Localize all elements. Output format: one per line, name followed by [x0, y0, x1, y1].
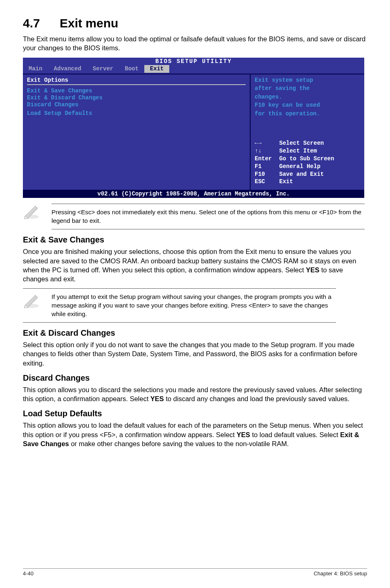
bios-right-pane: Exit system setup after saving the chang…: [251, 74, 364, 190]
nav-label: General Help: [279, 163, 321, 170]
paragraph: This option allows you to discard the se…: [23, 385, 367, 404]
bios-body: Exit Options Exit & Save Changes Exit & …: [23, 74, 364, 190]
nav-row: ESCExit: [255, 178, 360, 186]
paragraph: Once you are finished making your select…: [23, 247, 367, 283]
opt-exit-save: Exit & Save Changes: [27, 88, 246, 94]
nav-row: EnterGo to Sub Screen: [255, 155, 360, 163]
help-line: for this operation.: [255, 110, 360, 118]
opt-discard: Discard Changes: [27, 101, 246, 108]
pencil-icon: [23, 204, 40, 219]
tab-exit: Exit: [144, 65, 170, 73]
nav-key: F10: [255, 171, 279, 178]
nav-row: F10Save and Exit: [255, 171, 360, 178]
chapter-label: Chapter 4: BIOS setup: [314, 570, 367, 577]
note-text: If you attempt to exit the Setup program…: [52, 293, 336, 318]
nav-label: Save and Exit: [279, 171, 324, 177]
tab-main: Main: [23, 65, 48, 73]
arrow-lr-icon: [255, 139, 279, 147]
bios-title: BIOS SETUP UTILITY: [23, 58, 364, 65]
subheading-exit-discard: Exit & Discard Changes: [23, 328, 367, 338]
opt-exit-discard: Exit & Discard Changes: [27, 94, 246, 101]
bios-footer: v02.61 (C)Copyright 1985-2008, American …: [23, 190, 364, 198]
note-callout: If you attempt to exit the Setup program…: [23, 288, 336, 323]
nav-key: Enter: [255, 155, 279, 163]
note-text: Pressing <Esc> does not immediately exit…: [52, 204, 365, 229]
subheading-discard: Discard Changes: [23, 373, 367, 383]
page-footer: 4-40 Chapter 4: BIOS setup: [23, 568, 367, 577]
intro-paragraph: The Exit menu items allow you to load th…: [23, 34, 367, 53]
paragraph: Select this option only if you do not wa…: [23, 340, 367, 368]
page-number: 4-40: [23, 570, 34, 577]
arrow-ud-icon: [255, 147, 279, 155]
help-line: F10 key can be used: [255, 102, 360, 109]
section-number: 4.7: [23, 16, 60, 30]
bios-tab-bar: MainAdvancedServerBootExit: [23, 65, 364, 74]
divider: [27, 84, 246, 85]
paragraph: This option allows you to load the defau…: [23, 421, 367, 448]
nav-row: F1General Help: [255, 163, 360, 171]
bios-left-heading: Exit Options: [27, 77, 246, 83]
bios-screenshot: BIOS SETUP UTILITY MainAdvancedServerBoo…: [23, 58, 364, 198]
tab-boot: Boot: [119, 65, 144, 73]
nav-label: Go to Sub Screen: [279, 155, 334, 162]
page-title: 4.7Exit menu: [23, 16, 367, 30]
nav-row: Select Screen: [255, 139, 360, 147]
help-line: changes.: [255, 94, 360, 101]
pencil-icon: [23, 293, 40, 308]
nav-key: F1: [255, 163, 279, 171]
nav-row: Select Item: [255, 147, 360, 155]
subheading-load-defaults: Load Setup Defaults: [23, 409, 367, 418]
bios-left-pane: Exit Options Exit & Save Changes Exit & …: [23, 74, 251, 190]
tab-advanced: Advanced: [48, 65, 87, 73]
tab-server: Server: [87, 65, 119, 73]
help-line: after saving the: [255, 85, 360, 92]
section-title: Exit menu: [60, 16, 118, 30]
nav-label: Select Screen: [279, 140, 324, 146]
opt-load-defaults: Load Setup Defaults: [27, 110, 246, 117]
nav-label: Exit: [279, 178, 293, 185]
note-callout: Pressing <Esc> does not immediately exit…: [23, 204, 367, 229]
nav-label: Select Item: [279, 148, 317, 154]
subheading-exit-save: Exit & Save Changes: [23, 235, 367, 245]
nav-key: ESC: [255, 178, 279, 186]
nav-help: Select Screen Select Item EnterGo to Sub…: [255, 139, 360, 186]
help-line: Exit system setup: [255, 77, 360, 84]
